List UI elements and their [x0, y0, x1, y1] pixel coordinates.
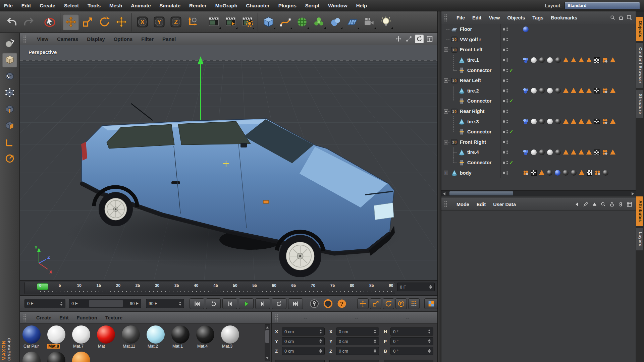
stepper-icon[interactable]: [426, 329, 431, 334]
stepper-icon[interactable]: [372, 339, 376, 343]
tag-sphere-light-icon[interactable]: [531, 57, 537, 63]
tag-tri-orange-icon[interactable]: [579, 119, 584, 124]
tag-sphere-dark-icon[interactable]: [539, 88, 545, 94]
coords-apply-button[interactable]: [384, 360, 433, 362]
texture-mode-button[interactable]: [2, 69, 17, 84]
stepper-icon[interactable]: [426, 349, 431, 353]
layout-select[interactable]: Standard: [565, 2, 640, 9]
coords-header-0[interactable]: --: [280, 315, 331, 320]
layer-dot-icon[interactable]: [503, 89, 505, 92]
move-tool[interactable]: [63, 14, 79, 30]
tag-sphere-light-icon[interactable]: [531, 88, 537, 94]
tag-sphere-dark-icon[interactable]: [563, 170, 569, 176]
enabled-check-icon[interactable]: ✓: [509, 129, 514, 135]
coord-input[interactable]: 0 cm: [282, 347, 325, 355]
autokey-button[interactable]: [323, 298, 333, 309]
undo-button[interactable]: [4, 14, 20, 30]
tag-sphere-light-icon[interactable]: [547, 149, 553, 155]
visibility-dots-icon[interactable]: [506, 48, 508, 51]
add-camera-button[interactable]: [361, 14, 377, 30]
material-mat-7[interactable]: Mat.7: [72, 325, 93, 350]
expand-toggle-icon[interactable]: −: [444, 78, 448, 83]
y-axis-lock[interactable]: Y: [151, 14, 167, 30]
om-menu-objects[interactable]: Objects: [507, 15, 525, 20]
polygons-mode-button[interactable]: [2, 118, 17, 133]
tag-tri-orange-icon[interactable]: [579, 149, 584, 155]
layer-dot-icon[interactable]: [503, 162, 505, 164]
material-sphere[interactable]: [22, 352, 41, 362]
layer-dot-icon[interactable]: [503, 110, 505, 113]
enabled-check-icon[interactable]: ✓: [509, 67, 514, 73]
last-used-tool[interactable]: [113, 14, 129, 30]
panel-grip-icon[interactable]: [444, 14, 448, 21]
frame-plus-icon[interactable]: [626, 14, 633, 21]
material-sphere[interactable]: [221, 325, 239, 344]
tag-sphere-dark-icon[interactable]: [555, 149, 561, 155]
menu-select[interactable]: Select: [64, 3, 79, 8]
scroll-up-icon[interactable]: [266, 326, 269, 328]
material-sphere[interactable]: [171, 325, 190, 344]
tag-sphere-dark-icon[interactable]: [539, 149, 545, 155]
timeline-playhead[interactable]: [37, 283, 48, 290]
goto-end-button[interactable]: [288, 298, 303, 309]
attr-menu-user-data[interactable]: User Data: [493, 202, 516, 207]
menu-edit[interactable]: Edit: [21, 3, 31, 8]
stepper-icon[interactable]: [372, 329, 376, 334]
tag-sphere-dark-icon[interactable]: [555, 57, 561, 63]
layer-dot-icon[interactable]: [503, 131, 505, 133]
tag-sphere-light-icon[interactable]: [547, 88, 553, 94]
scroll-thumb[interactable]: [265, 330, 269, 343]
tag-sphere-dark-icon[interactable]: [539, 119, 545, 124]
tag-tri-orange-icon[interactable]: [571, 88, 576, 93]
coords-mode-select[interactable]: [275, 360, 325, 362]
tag-dots-orange-icon[interactable]: [595, 170, 600, 176]
layer-dot-icon[interactable]: [503, 79, 505, 82]
tag-tri-orange-icon[interactable]: [586, 88, 592, 93]
layer-dot-icon[interactable]: [503, 49, 505, 51]
render-view-button[interactable]: [206, 14, 222, 30]
menu-render[interactable]: Render: [189, 3, 207, 8]
material-menu-create[interactable]: Create: [36, 315, 51, 320]
tag-tri-orange-icon[interactable]: [563, 149, 569, 155]
tag-tri-orange-icon[interactable]: [586, 149, 592, 155]
side-tab-structure[interactable]: Structure: [636, 90, 643, 118]
tag-sphere-light-icon[interactable]: [547, 119, 553, 124]
coord-input[interactable]: 0 cm: [336, 347, 379, 355]
points-mode-button[interactable]: [2, 85, 17, 100]
rotate-tool[interactable]: [96, 14, 112, 30]
menu-file[interactable]: File: [4, 3, 13, 8]
coords-size-select[interactable]: [329, 360, 379, 362]
material-mat-3[interactable]: Mat.3: [221, 325, 242, 350]
layer-dot-icon[interactable]: [503, 172, 505, 174]
tag-tri-orange-icon[interactable]: [579, 88, 584, 93]
next-frame-button[interactable]: [255, 298, 270, 309]
model-mode-button[interactable]: [2, 53, 17, 67]
material-partial[interactable]: [47, 352, 68, 362]
tag-tri-orange-icon[interactable]: [586, 119, 592, 124]
object-row-connector[interactable]: Connector✓: [441, 158, 636, 168]
enabled-check-icon[interactable]: ✓: [509, 98, 514, 104]
add-primitive-button[interactable]: [260, 14, 276, 30]
enabled-check-icon[interactable]: ✓: [509, 160, 514, 166]
object-row-tire-4[interactable]: tire.4: [441, 147, 636, 158]
tag-tri-orange-icon[interactable]: [610, 57, 615, 62]
visibility-dots-icon[interactable]: [506, 27, 508, 31]
add-generator-button[interactable]: [311, 14, 327, 30]
play-button[interactable]: [239, 298, 254, 309]
tag-sphere-dark-icon[interactable]: [539, 57, 545, 63]
tag-sphere-dark-icon[interactable]: [603, 170, 608, 176]
tag-sphere-light-icon[interactable]: [547, 57, 553, 63]
visibility-dots-icon[interactable]: [506, 130, 508, 133]
tag-sphere-dark-icon[interactable]: [571, 170, 577, 176]
coordinate-system-toggle[interactable]: [184, 14, 201, 30]
live-selection-tool[interactable]: [42, 14, 58, 30]
visibility-dots-icon[interactable]: [506, 140, 508, 144]
viewport-menu-options[interactable]: Options: [114, 36, 133, 42]
dolly-view-icon[interactable]: [405, 35, 413, 43]
material-mat-2[interactable]: Mat.2: [147, 325, 167, 350]
viewport-3d[interactable]: Perspective: [20, 45, 437, 280]
layer-dot-icon[interactable]: [503, 141, 505, 143]
material-mat[interactable]: Mat: [97, 325, 118, 350]
record-parameter-button[interactable]: P: [395, 298, 407, 309]
search-icon[interactable]: [609, 14, 616, 21]
